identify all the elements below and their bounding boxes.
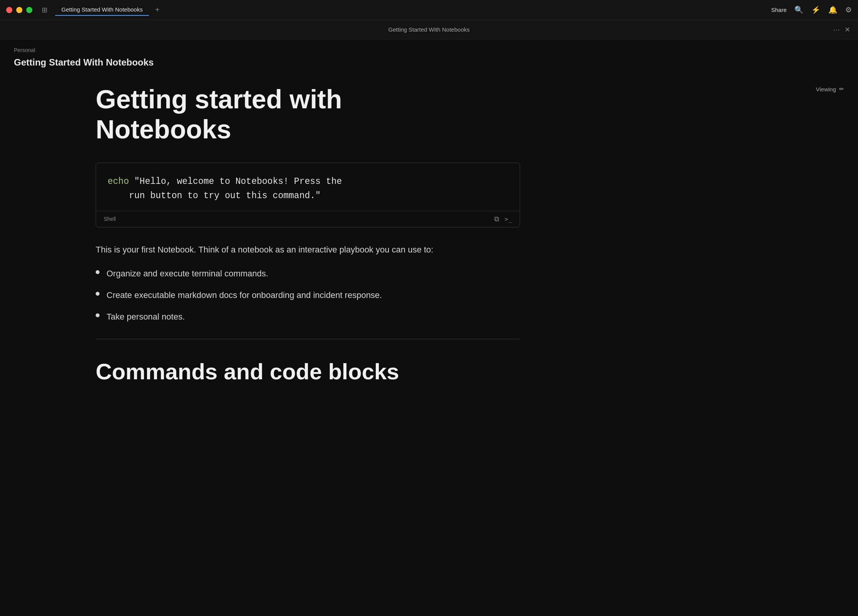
share-button[interactable]: Share — [771, 7, 787, 13]
list-item: Take personal notes. — [96, 310, 501, 323]
edit-icon[interactable]: ✏ — [839, 86, 844, 93]
feature-list: Organize and execute terminal commands. … — [96, 267, 501, 323]
code-footer: Shell ⧉ >_ — [96, 211, 520, 227]
viewing-control[interactable]: Viewing ✏ — [816, 86, 844, 93]
code-string: "Hello, welcome to Notebooks! Press the … — [108, 177, 342, 201]
bullet-dot — [96, 270, 100, 274]
settings-icon[interactable]: ⚙ — [845, 5, 852, 14]
active-tab[interactable]: Getting Started With Notebooks — [55, 4, 149, 16]
code-keyword: echo — [108, 177, 129, 187]
toolbar-document-title: Getting Started With Notebooks — [388, 26, 470, 33]
document-heading-2: Commands and code blocks — [96, 358, 443, 384]
run-code-icon[interactable]: >_ — [505, 215, 512, 223]
toolbar-more-icon[interactable]: ⋯ — [833, 25, 840, 34]
traffic-lights — [6, 7, 32, 13]
title-bar-right: Share 🔍 ⚡ 🔔 ⚙ — [771, 5, 852, 14]
search-icon[interactable]: 🔍 — [794, 5, 804, 14]
list-item-text: Organize and execute terminal commands. — [106, 267, 268, 280]
code-actions: ⧉ >_ — [494, 215, 512, 223]
lightning-icon[interactable]: ⚡ — [811, 5, 821, 14]
bullet-dot — [96, 313, 100, 317]
close-traffic-light[interactable] — [6, 7, 12, 13]
tab-bar: Getting Started With Notebooks + — [55, 4, 771, 16]
notifications-icon[interactable]: 🔔 — [828, 5, 838, 14]
copy-code-icon[interactable]: ⧉ — [494, 215, 499, 223]
page-title: Getting Started With Notebooks — [14, 57, 844, 68]
title-bar: ⊞ Getting Started With Notebooks + Share… — [0, 0, 858, 20]
minimize-traffic-light[interactable] — [16, 7, 22, 13]
maximize-traffic-light[interactable] — [26, 7, 32, 13]
bullet-dot — [96, 292, 100, 296]
new-tab-button[interactable]: + — [152, 4, 163, 16]
page-header: Personal Getting Started With Notebooks … — [0, 39, 858, 72]
code-content: echo "Hello, welcome to Notebooks! Press… — [96, 163, 520, 211]
list-item: Organize and execute terminal commands. — [96, 267, 501, 280]
code-block: echo "Hello, welcome to Notebooks! Press… — [96, 163, 520, 227]
document-heading-1: Getting started withNotebooks — [96, 84, 366, 144]
toolbar-actions: ⋯ ✕ — [833, 25, 850, 34]
main-content: Getting started withNotebooks echo "Hell… — [82, 72, 776, 404]
tab-label: Getting Started With Notebooks — [61, 6, 143, 13]
breadcrumb: Personal — [14, 47, 844, 53]
viewing-label: Viewing — [816, 86, 836, 93]
toolbar-close-icon[interactable]: ✕ — [844, 25, 850, 34]
sidebar-toggle-icon[interactable]: ⊞ — [42, 6, 47, 14]
list-item-text: Take personal notes. — [106, 310, 185, 323]
intro-paragraph: This is your first Notebook. Think of a … — [96, 243, 501, 256]
list-item: Create executable markdown docs for onbo… — [96, 289, 501, 302]
list-item-text: Create executable markdown docs for onbo… — [106, 289, 382, 302]
secondary-toolbar: Getting Started With Notebooks ⋯ ✕ — [0, 20, 858, 39]
section-divider — [96, 339, 520, 339]
code-language-label: Shell — [104, 216, 116, 222]
